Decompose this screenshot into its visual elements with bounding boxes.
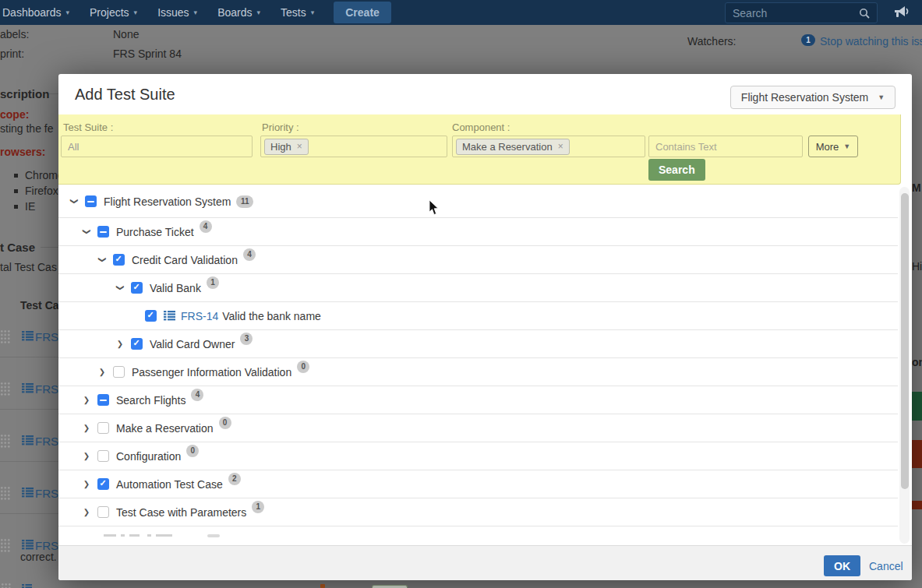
checkbox-indeterminate[interactable] xyxy=(85,195,97,207)
right-text-fragment: on xyxy=(912,356,922,368)
nav-item-boards[interactable]: Boards▾ xyxy=(207,0,270,25)
tree-row[interactable]: ❯Test Case with Parameters1 xyxy=(58,498,898,526)
tree-row[interactable]: ❯Automation Test Case2 xyxy=(58,470,898,498)
tree-node-label: Valid Bank xyxy=(150,282,201,294)
browsers-heading: rowsers: xyxy=(0,146,45,158)
create-button[interactable]: Create xyxy=(334,2,391,23)
chevron-right-icon[interactable]: ❯ xyxy=(81,480,92,488)
chevron-down-icon[interactable]: ❯ xyxy=(83,227,91,238)
nav-item-dashboards[interactable]: Dashboards▾ xyxy=(0,0,79,25)
tree-row[interactable]: ❯Configuration0 xyxy=(58,442,898,470)
project-selector-value: Flight Reservation System xyxy=(741,91,868,104)
component-token: Make a Reservation × xyxy=(456,139,570,155)
test-case-icon xyxy=(22,488,34,498)
search-icon[interactable] xyxy=(859,8,870,19)
screen: Dashboards▾Projects▾Issues▾Boards▾Tests▾… xyxy=(0,0,922,588)
checkbox-indeterminate[interactable] xyxy=(97,394,109,406)
background-issue-fields: abels: None print: FRS Sprint 84 Watcher… xyxy=(0,25,922,74)
labels-field-value: None xyxy=(113,28,139,40)
priority-filter-label: Priority : xyxy=(262,121,299,133)
filter-bar: Test Suite : Priority : Component : High… xyxy=(58,114,901,185)
button-fragment xyxy=(372,585,408,588)
issue-key-link[interactable]: FRS xyxy=(35,435,58,448)
project-selector-dropdown[interactable]: Flight Reservation System ▼ xyxy=(730,86,896,109)
chevron-right-icon[interactable]: ❯ xyxy=(81,396,92,404)
priority-token-label: High xyxy=(270,141,291,153)
count-badge: 0 xyxy=(297,361,309,373)
tree-row[interactable]: ❯Make a Reservation0 xyxy=(58,414,898,442)
cancel-link[interactable]: Cancel xyxy=(869,560,903,572)
drag-handle-icon[interactable] xyxy=(0,434,10,449)
total-test-cases-text: tal Test Cas xyxy=(0,261,57,273)
global-search-box[interactable]: Search xyxy=(725,2,878,23)
tree-row[interactable]: ❯Passenger Information Validation0 xyxy=(58,358,898,386)
chevron-right-icon[interactable]: ❯ xyxy=(81,508,92,516)
chevron-down-icon[interactable]: ❯ xyxy=(70,196,79,207)
background-right-column: M Hi on xyxy=(912,74,922,588)
issue-key-link[interactable]: FRS xyxy=(35,330,58,343)
tree-row[interactable]: ❯Search Flights4 xyxy=(58,386,898,414)
nav-item-tests[interactable]: Tests▾ xyxy=(270,0,324,25)
tree-node-label: Purchase Ticket xyxy=(116,226,194,238)
chevron-down-icon[interactable]: ❯ xyxy=(116,283,125,294)
bullet-icon xyxy=(14,174,18,178)
tree-row[interactable]: FRS-14Valid the bank name xyxy=(58,302,898,330)
chevron-right-icon[interactable]: ❯ xyxy=(81,452,92,460)
count-badge: 4 xyxy=(191,389,203,401)
chevron-right-icon[interactable]: ❯ xyxy=(81,424,92,432)
drag-handle-icon[interactable] xyxy=(0,486,10,501)
checkbox-unchecked[interactable] xyxy=(97,506,109,518)
search-placeholder: Search xyxy=(733,7,767,19)
remove-token-icon[interactable]: × xyxy=(558,141,563,152)
count-badge: 0 xyxy=(186,445,199,457)
remove-token-icon[interactable]: × xyxy=(297,141,302,152)
tree-row[interactable]: ❯Credit Card Validation4 xyxy=(58,246,898,274)
drag-handle-icon xyxy=(1,583,11,588)
checkbox-checked[interactable] xyxy=(131,338,143,350)
count-badge: 4 xyxy=(243,248,256,261)
search-button[interactable]: Search xyxy=(648,159,705,181)
scrollbar-thumb[interactable] xyxy=(901,193,909,489)
sprint-field-value: FRS Sprint 84 xyxy=(113,48,182,60)
megaphone-icon[interactable] xyxy=(893,5,910,19)
test-case-column-header: Test Ca xyxy=(20,299,58,312)
tree-row[interactable]: ❯Valid Bank1 xyxy=(58,274,898,302)
issue-key-link[interactable]: FRS xyxy=(35,382,58,396)
component-token-label: Make a Reservation xyxy=(462,141,553,153)
test-suite-filter-input[interactable] xyxy=(61,136,253,157)
checkbox-checked[interactable] xyxy=(97,478,109,490)
checkbox-unchecked[interactable] xyxy=(97,422,109,434)
nav-item-issues[interactable]: Issues▾ xyxy=(147,0,207,25)
checkbox-checked[interactable] xyxy=(113,254,125,266)
tree-row[interactable]: ❯Valid Card Owner3 xyxy=(58,330,898,358)
count-badge: 11 xyxy=(236,195,253,208)
stop-watching-link[interactable]: Stop watching this iss xyxy=(820,35,922,48)
drag-handle-icon[interactable] xyxy=(0,329,10,344)
checkbox-checked[interactable] xyxy=(145,310,157,322)
test-suite-tree: ❯Flight Reservation System11❯Purchase Ti… xyxy=(58,185,898,545)
nav-item-label: Boards xyxy=(217,6,252,19)
drag-handle-icon[interactable] xyxy=(0,538,10,553)
chevron-right-icon[interactable]: ❯ xyxy=(97,368,108,376)
component-filter-field[interactable]: Make a Reservation × xyxy=(452,136,645,157)
more-filters-button[interactable]: More ▼ xyxy=(808,136,858,157)
issue-key-link[interactable]: FRS xyxy=(35,487,58,500)
checkbox-unchecked[interactable] xyxy=(113,366,125,378)
test-case-key[interactable]: FRS-14 xyxy=(181,310,218,322)
ok-button[interactable]: OK xyxy=(824,555,860,576)
checkbox-checked[interactable] xyxy=(131,282,143,294)
priority-filter-field[interactable]: High × xyxy=(260,136,447,157)
chevron-down-icon[interactable]: ❯ xyxy=(98,255,107,266)
background-left-column: scription cope: sting the fe rowsers: Ch… xyxy=(0,74,58,588)
tree-row[interactable]: ❯Flight Reservation System11 xyxy=(58,185,898,218)
drag-handle-icon[interactable] xyxy=(0,382,10,396)
nav-item-label: Issues xyxy=(157,6,189,19)
checkbox-indeterminate[interactable] xyxy=(97,226,109,238)
contains-text-input[interactable] xyxy=(648,136,803,157)
tree-node-label: Automation Test Case xyxy=(116,478,223,491)
nav-item-projects[interactable]: Projects▾ xyxy=(79,0,147,25)
chevron-down-icon: ▾ xyxy=(134,9,138,16)
chevron-right-icon[interactable]: ❯ xyxy=(115,340,125,348)
tree-row[interactable]: ❯Purchase Ticket4 xyxy=(58,218,898,246)
checkbox-unchecked[interactable] xyxy=(97,450,109,462)
